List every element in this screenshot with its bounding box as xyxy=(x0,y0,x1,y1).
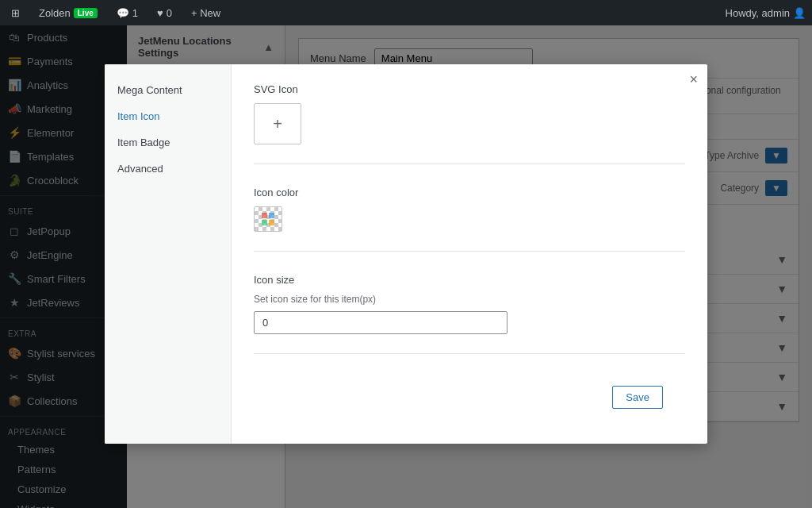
live-badge: Live xyxy=(74,8,98,18)
field-group-icon-color: Icon color xyxy=(254,187,685,252)
modal: Mega Content Item Icon Item Badge Advanc… xyxy=(105,64,707,444)
howdy-text: Howdy, admin xyxy=(726,7,790,19)
svg-rect-0 xyxy=(262,213,267,218)
modal-body: × SVG Icon + Icon color xyxy=(232,64,707,444)
admin-bar-logo[interactable]: ⊞ xyxy=(6,0,25,25)
like-count: 0 xyxy=(167,7,172,19)
modal-overlay[interactable]: Mega Content Item Icon Item Badge Advanc… xyxy=(0,0,812,508)
icon-size-input[interactable] xyxy=(254,311,508,334)
color-picker-icon xyxy=(260,211,276,227)
icon-size-sublabel: Set icon size for this item(px) xyxy=(254,294,685,305)
admin-bar-site[interactable]: Zolden Live xyxy=(34,0,102,25)
like-icon: ♥ xyxy=(157,7,163,19)
comment-count: 1 xyxy=(132,7,138,19)
field-group-svg-icon: SVG Icon + xyxy=(254,83,685,164)
admin-bar-new[interactable]: + New xyxy=(186,0,225,25)
icon-color-picker[interactable] xyxy=(254,206,282,232)
admin-bar: ⊞ Zolden Live 💬 1 ♥ 0 + New Howdy, admin… xyxy=(0,0,812,25)
modal-sidebar: Mega Content Item Icon Item Badge Advanc… xyxy=(105,64,232,444)
plus-icon: + xyxy=(273,115,282,133)
wp-logo-icon: ⊞ xyxy=(11,7,20,19)
field-group-icon-size: Icon size Set icon size for this item(px… xyxy=(254,274,685,354)
svg-rect-1 xyxy=(269,213,274,218)
modal-save-button[interactable]: Save xyxy=(612,386,663,409)
svg-rect-3 xyxy=(269,220,274,225)
site-name: Zolden xyxy=(39,7,71,19)
comment-icon: 💬 xyxy=(117,7,129,19)
svg-icon-label: SVG Icon xyxy=(254,83,685,95)
modal-tab-mega-content[interactable]: Mega Content xyxy=(105,77,231,103)
modal-close-button[interactable]: × xyxy=(689,72,698,87)
admin-bar-comments[interactable]: 💬 1 xyxy=(112,0,143,25)
modal-tab-advanced[interactable]: Advanced xyxy=(105,156,231,182)
modal-footer: Save xyxy=(254,376,685,425)
svg-rect-2 xyxy=(262,220,267,225)
admin-bar-likes[interactable]: ♥ 0 xyxy=(152,0,177,25)
icon-color-label: Icon color xyxy=(254,187,685,198)
icon-size-label: Icon size xyxy=(254,274,685,286)
admin-bar-user: Howdy, admin 👤 xyxy=(726,7,806,19)
modal-tab-item-icon[interactable]: Item Icon xyxy=(105,103,231,129)
new-button-label: + New xyxy=(191,7,220,19)
svg-icon-picker[interactable]: + xyxy=(254,103,301,144)
user-avatar-icon: 👤 xyxy=(793,7,806,19)
modal-tab-item-badge[interactable]: Item Badge xyxy=(105,129,231,156)
